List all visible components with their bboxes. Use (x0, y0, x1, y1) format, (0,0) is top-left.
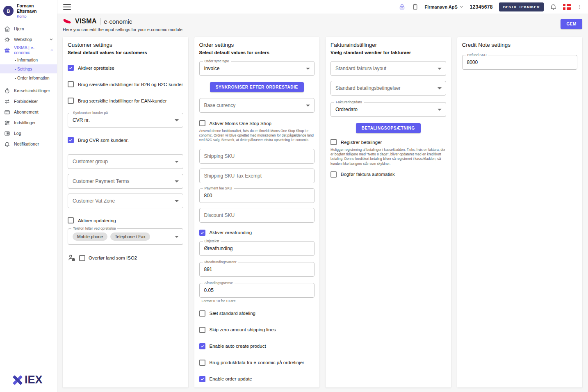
shipping-sku-tax-input[interactable] (204, 173, 304, 179)
chip-telephone-fax[interactable]: Telephone / Fax (110, 232, 150, 241)
sidebar-subitem-order-information[interactable]: - Order Information (0, 73, 57, 82)
chevron-down-icon (459, 5, 464, 9)
sidebar-item-korselsindstillinger[interactable]: Kørselsindstillinger (0, 85, 57, 96)
customer-group-select[interactable]: Customer group (68, 154, 183, 169)
order-sync-type-select[interactable]: Order sync type Invoice (199, 61, 315, 76)
user-account-link[interactable]: Konto (17, 14, 54, 18)
iex-logo: IEX (0, 374, 57, 392)
overfor-land-iso2-checkbox[interactable] (79, 255, 85, 261)
ean-kunder-checkbox[interactable] (68, 98, 74, 104)
clipboard-icon[interactable] (412, 3, 419, 10)
card-title: Credit Note settings (462, 42, 578, 48)
avatar: B (3, 6, 14, 16)
discount-sku-field[interactable] (199, 208, 315, 223)
user-menu[interactable]: B Fornavn Efternavn Konto (0, 0, 57, 21)
danish-flag-icon[interactable] (563, 4, 571, 10)
card-subtitle: Select default values for orders (199, 50, 315, 55)
checkbox-label: Overfør land som ISO2 (89, 255, 137, 260)
checkbox-row: Aktiver oprettelse (68, 65, 183, 71)
customer-payment-terms-select[interactable]: Customer Payment Terms (68, 174, 183, 189)
stopwatch-icon (4, 88, 10, 94)
notifications-bell-icon[interactable] (550, 3, 557, 10)
gear-icon (4, 36, 10, 43)
aktiver-oprettelse-checkbox[interactable] (68, 65, 74, 71)
company-selector[interactable]: Firmanavn ApS (425, 5, 464, 9)
sidebar-item-abonnement[interactable]: Abonnement (0, 107, 57, 117)
b2b-b2c-checkbox[interactable] (68, 81, 74, 87)
checkbox-label: Brug produktdata fra e-conomic på ordrel… (210, 360, 304, 365)
refund-sku-input[interactable] (467, 59, 567, 65)
user-name: Fornavn Efternavn (17, 3, 54, 14)
sidebar-item-log[interactable]: Log (0, 128, 57, 139)
chevron-down-icon (306, 68, 310, 70)
sidebar-subitem-settings[interactable]: - Settings (0, 64, 57, 73)
betalingsbetingelser-select[interactable]: Standard betalingsbetingelser (330, 81, 446, 96)
chevron-down-icon (438, 87, 442, 89)
skip-zero-shipping-checkbox[interactable] (199, 327, 205, 333)
settings-columns: Customer settings Select default values … (57, 36, 588, 387)
company-name: Firmanavn ApS (425, 5, 458, 9)
linjetekst-input[interactable] (204, 246, 304, 251)
payment-fee-sku-field[interactable]: Payment fee SKU (199, 188, 315, 203)
moms-one-stop-shop-checkbox[interactable] (199, 120, 205, 126)
payment-fee-sku-input[interactable] (204, 193, 304, 198)
sidebar-item-label: Kørselsindstillinger (14, 88, 50, 93)
checkbox-row: Enable auto create product (199, 343, 315, 349)
checkbox-label: Aktiver opdatering (78, 218, 116, 223)
registrer-betalinger-checkbox[interactable] (330, 139, 337, 145)
sidebar-item-webshop[interactable]: Webshop (0, 34, 57, 45)
enable-order-update-checkbox[interactable] (199, 376, 205, 382)
aktiver-opdatering-checkbox[interactable] (68, 217, 74, 223)
betalingsopsaetning-button[interactable]: BETALINGSOPSÆTNING (356, 123, 421, 133)
faktura-layout-select[interactable]: Standard faktura layout (330, 61, 446, 76)
base-currency-select[interactable]: Base currency (199, 98, 315, 113)
main-content: VISMA e-conomic Here you can edit the in… (57, 14, 588, 392)
save-button[interactable]: GEM (561, 19, 582, 29)
bestil-tekniker-button[interactable]: BESTIL TEKNIKER (499, 2, 544, 11)
afrundingsgraense-input[interactable] (204, 287, 304, 293)
produktdata-ordrelinjer-checkbox[interactable] (199, 360, 205, 366)
bank-icon (4, 47, 10, 53)
chip-mobile-phone[interactable]: Mobile phone (73, 232, 107, 241)
shipping-sku-tax-field[interactable] (199, 169, 315, 183)
shipping-sku-input[interactable] (204, 153, 304, 159)
brand-divider (100, 18, 100, 25)
sidebar-item-visma-economic[interactable]: VISMA | e-conomic (0, 45, 57, 55)
cvr-som-kundenr-checkbox[interactable] (68, 137, 74, 143)
orevarenr-input[interactable] (204, 267, 304, 272)
sliders-icon (4, 120, 10, 126)
chevron-down-icon (175, 200, 179, 202)
sidebar-item-forbindelser[interactable]: Forbindelser (0, 96, 57, 107)
select-placeholder: Standard faktura layout (335, 66, 386, 71)
faktureringsdato-select[interactable]: Faktureringsdato Ordredato (330, 102, 446, 117)
sidebar-item-notifikationer[interactable]: Notifikationer (0, 139, 57, 149)
telefon-felter-select[interactable]: Telefon felter ved oprettelse Mobile pho… (68, 228, 183, 245)
bogfor-faktura-checkbox[interactable] (330, 171, 337, 178)
topbar: Firmanavn ApS 12345678 BESTIL TEKNIKER ⋮ (57, 0, 588, 14)
field-label: Øreafrundingsvarenr (203, 260, 238, 264)
checkbox-row: Brug særskilte indstillinger for B2B og … (68, 81, 183, 87)
customer-vat-zone-select[interactable]: Customer Vat Zone (68, 194, 183, 208)
checkbox-row: Registrer betalinger (330, 139, 446, 145)
field-label: Afrundingsgrænse (203, 281, 235, 285)
hamburger-menu-icon[interactable] (63, 4, 71, 10)
kebab-menu-icon[interactable]: ⋮ (577, 4, 582, 9)
page-subtitle: Here you can edit the input settings for… (63, 27, 582, 32)
sidebar-item-indstillinger[interactable]: Indstillinger (0, 117, 57, 128)
aktiver-oreafrunding-checkbox[interactable] (199, 230, 205, 236)
synkroniser-ordrestadie-button[interactable]: SYNKRONISER EFTER ORDRESTADIE (210, 82, 304, 92)
sidebar-item-hjem[interactable]: Hjem (0, 23, 57, 34)
log-list-icon (4, 130, 10, 137)
saet-standard-afdeling-checkbox[interactable] (199, 310, 205, 317)
afrundingsgraense-field[interactable]: Afrundingsgrænse (199, 283, 315, 298)
orevarenr-field[interactable]: Øreafrundingsvarenr (199, 262, 315, 277)
linjetekst-field[interactable]: Linjetekst (199, 241, 315, 256)
sidebar-subitem-information[interactable]: - Information (0, 55, 57, 64)
refund-sku-field[interactable]: Refund SKU (462, 55, 578, 70)
credit-card-icon (4, 109, 10, 115)
shipping-sku-field[interactable] (199, 149, 315, 164)
synkroniser-kunder-select[interactable]: Synkroniser kunder på CVR nr. (68, 113, 183, 128)
auto-create-product-checkbox[interactable] (199, 343, 205, 349)
discount-sku-input[interactable] (204, 212, 304, 218)
lock-icon[interactable] (399, 3, 406, 10)
